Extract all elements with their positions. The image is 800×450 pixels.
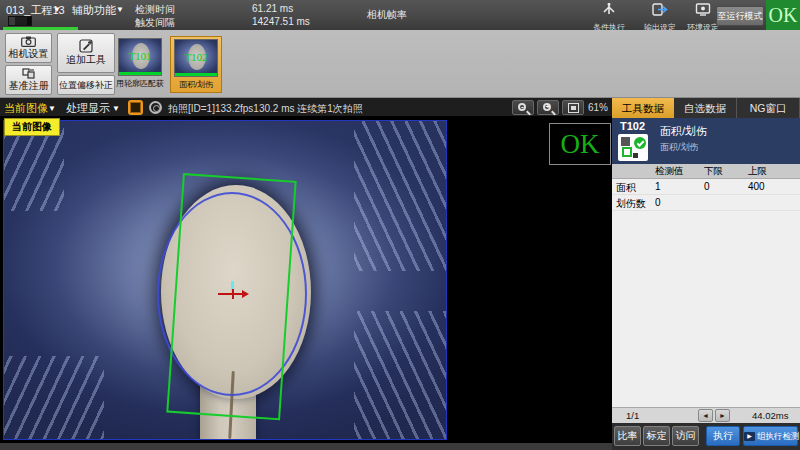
table-row-scratch-count[interactable]: 划伤数 0 <box>612 195 800 211</box>
header-upper-limit: 上限 <box>748 165 767 178</box>
chevron-down-icon[interactable]: ▼ <box>53 5 61 14</box>
chevron-down-icon[interactable]: ▼ <box>48 104 56 113</box>
add-tool-button[interactable]: 追加工具 <box>57 33 115 73</box>
crosshair-tick <box>232 289 234 299</box>
tool-caption: 面积/划伤 <box>173 79 219 90</box>
tool-thumb-t102[interactable]: T102 面积/划伤 <box>170 36 222 93</box>
header-detect-value: 检测值 <box>655 165 684 178</box>
tab-tool-data[interactable]: 工具数据 <box>612 98 674 118</box>
display-mode-select[interactable]: 处理显示 <box>66 101 110 116</box>
chevron-down-icon[interactable]: ▼ <box>112 104 120 113</box>
tool-id: T102 <box>620 120 645 132</box>
camera-icon <box>21 36 36 47</box>
overlap-squares-icon <box>22 68 36 79</box>
output-icon <box>652 3 668 21</box>
position-offset-button[interactable]: 位置偏移补正 <box>57 75 115 95</box>
condition-execute-button[interactable]: 条件执行 <box>589 1 629 29</box>
inspection-result-badge: OK <box>549 123 611 165</box>
execute-button[interactable]: 执行 <box>706 426 740 446</box>
pagination-bar: 1/1 ◄ ► 44.02ms <box>612 407 800 423</box>
camera-settings-label: 相机设置 <box>9 47 49 61</box>
tool-pass-bar <box>119 72 161 75</box>
tool-thumb-t101[interactable]: T101 用轮廓匹配获 <box>114 36 166 91</box>
add-tool-label: 追加工具 <box>66 53 106 67</box>
environment-icon <box>695 3 711 21</box>
play-icon: ▶ <box>744 432 755 441</box>
vision-app-window: 013_工程13 ▼ 辅助功能 ▼ 检测时间 触发间隔 61.21 ms 142… <box>0 0 800 450</box>
detect-time-value: 61.21 ms <box>252 3 293 14</box>
tool-id-overlay: T101 <box>119 50 161 62</box>
header-lower-limit: 下限 <box>704 165 723 178</box>
row-name: 面积 <box>616 181 636 195</box>
camera-settings-button[interactable]: 相机设置 <box>5 33 52 63</box>
row-value: 1 <box>655 181 661 192</box>
elapsed-time: 44.02ms <box>752 410 788 421</box>
result-table-body: 面积 1 0 400 划伤数 0 <box>612 179 800 407</box>
ratio-button[interactable]: 比率 <box>614 426 641 446</box>
viewer-bottom-strip <box>0 443 612 450</box>
reference-register-label: 基准注册 <box>9 79 49 93</box>
row-upper: 400 <box>748 181 765 192</box>
tool-subtitle: 面积/划伤 <box>660 141 699 154</box>
result-table-header: 检测值 下限 上限 <box>612 164 800 179</box>
table-row-area[interactable]: 面积 1 0 400 <box>612 179 800 195</box>
zoom-level-value: 61% <box>588 102 608 113</box>
page-indicator: 1/1 <box>626 410 639 421</box>
calibration-button[interactable]: 标定 <box>643 426 670 446</box>
data-panel: 工具数据 自选数据 NG窗口 T102 面积/划伤 面积/划伤 检测值 下限 上… <box>612 98 800 450</box>
fit-view-icon <box>568 103 579 113</box>
calibration-dots-bottom-right <box>354 311 447 440</box>
group-execute-button[interactable]: ▶组执行检测 <box>743 426 798 446</box>
zoom-out-button[interactable]: - <box>512 100 534 115</box>
trigger-interval-value: 14247.51 ms <box>252 16 310 27</box>
camera-image <box>3 120 447 440</box>
panel-footer: 比率 标定 访问 执行 ▶组执行检测 <box>612 423 800 450</box>
current-image-label: 当前图像 <box>4 118 60 136</box>
image-viewer[interactable]: 当前图像 OK <box>0 117 612 450</box>
row-name: 划伤数 <box>616 197 646 211</box>
region-select-icon[interactable] <box>128 100 143 115</box>
position-offset-label: 位置偏移补正 <box>59 79 113 92</box>
tool-thumb-image: T102 <box>174 39 218 77</box>
run-mode-button[interactable]: 至运行模式 <box>716 6 764 26</box>
crosshair-arrowhead <box>242 290 249 298</box>
tool-header: T102 面积/划伤 面积/划伤 <box>612 118 800 164</box>
crosshair-horizontal-line <box>218 293 243 295</box>
trigger-interval-label: 触发间隔 <box>135 16 175 30</box>
row-value: 0 <box>655 197 661 208</box>
tool-id-overlay: T102 <box>175 51 217 63</box>
panel-tabs: 工具数据 自选数据 NG窗口 <box>612 98 800 118</box>
condition-icon <box>601 3 617 21</box>
camera-framerate-label: 相机帧率 <box>367 8 407 22</box>
next-page-button[interactable]: ► <box>715 409 730 422</box>
tool-caption: 用轮廓匹配获 <box>116 78 164 89</box>
group-execute-label: 组执行检测 <box>757 431 800 441</box>
fit-view-button[interactable] <box>562 100 584 115</box>
tab-ng-window[interactable]: NG窗口 <box>737 98 800 118</box>
tool-thumb-image: T101 <box>118 38 162 76</box>
calibration-dots-top-right <box>354 121 447 271</box>
chevron-down-icon[interactable]: ▼ <box>116 5 124 14</box>
capture-strip-icon[interactable] <box>8 16 32 26</box>
calibration-dots-bottom-left <box>4 356 104 440</box>
image-source-select[interactable]: 当前图像 <box>4 101 48 116</box>
access-button[interactable]: 访问 <box>672 426 699 446</box>
pen-plus-icon <box>79 39 94 53</box>
zoom-in-button[interactable]: + <box>537 100 559 115</box>
lens-icon[interactable] <box>149 101 162 114</box>
tab-custom-data[interactable]: 自选数据 <box>674 98 737 118</box>
reference-register-button[interactable]: 基准注册 <box>5 65 52 95</box>
tool-pass-bar <box>175 73 217 76</box>
tool-row: 相机设置 追加工具 基准注册 位置偏移补正 T101 用轮廓匹配获 <box>0 30 800 98</box>
capture-info-text: 拍照[ID=1]133.2fps130.2 ms 连续第1次拍照 <box>168 102 363 116</box>
prev-page-button[interactable]: ◄ <box>698 409 713 422</box>
output-settings-button[interactable]: 输出设定 <box>640 1 680 29</box>
tool-title: 面积/划伤 <box>660 124 707 139</box>
viewer-toolbar: 当前图像 ▼ 处理显示 ▼ 拍照[ID=1]133.2fps130.2 ms 连… <box>0 98 612 117</box>
detect-time-label: 检测时间 <box>135 3 175 17</box>
area-scratch-tool-icon <box>618 134 648 161</box>
aux-menu[interactable]: 辅助功能 <box>72 3 116 18</box>
top-bar: 013_工程13 ▼ 辅助功能 ▼ 检测时间 触发间隔 61.21 ms 142… <box>0 0 800 30</box>
row-lower: 0 <box>704 181 710 192</box>
global-status-badge: OK <box>766 0 800 30</box>
